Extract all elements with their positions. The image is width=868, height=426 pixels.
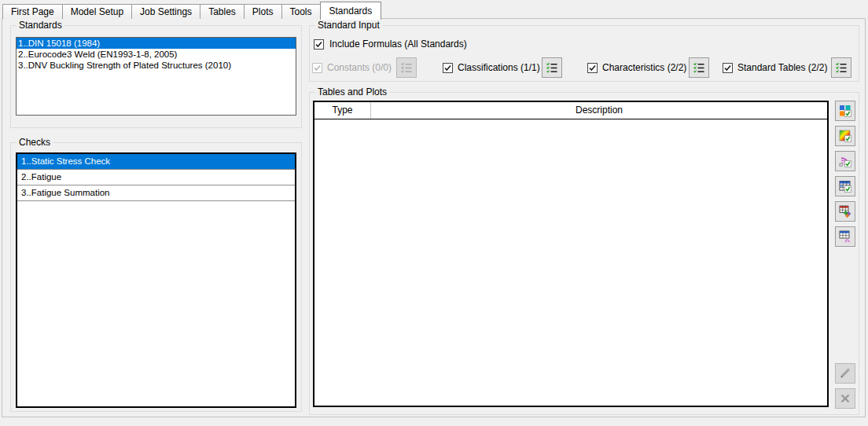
add-symbol-table-button[interactable] [835,201,855,222]
list-item[interactable]: 3..Fatigue Summation [17,185,295,201]
x-icon [839,392,851,405]
standard-tables-list-button[interactable] [831,57,851,78]
column-header-type[interactable]: Type [314,102,371,119]
tab-tables[interactable]: Tables [200,4,245,19]
contour-check-icon [839,130,851,142]
table-check-icon [839,180,851,193]
constants-list-button [396,57,417,78]
add-table-button[interactable] [835,176,855,196]
column-header-description[interactable]: Description [371,102,827,119]
checkmark-icon [588,64,597,72]
delete-button [835,388,855,409]
checklist-icon [693,61,705,74]
checkmark-icon [313,64,322,72]
list-item[interactable]: 3..DNV Buckling Strength of Plated Struc… [17,60,296,71]
table-curve-icon [839,230,851,243]
classifications-label: Classifications (1/1) [458,63,540,73]
tab-job-settings[interactable]: Job Settings [131,4,200,19]
include-formulas-label: Include Formulas (All Standards) [329,39,467,50]
checklist-icon [400,61,413,74]
tab-model-setup[interactable]: Model Setup [62,4,132,19]
characteristics-label: Characteristics (2/2) [602,63,686,73]
classifications-checkbox[interactable] [443,63,453,73]
tab-first-page[interactable]: First Page [2,4,63,19]
characteristics-list-button[interactable] [689,57,709,78]
tab-bar: First Page Model Setup Job Settings Tabl… [2,2,381,19]
include-formulas-checkbox[interactable] [314,39,324,50]
constants-checkbox [312,63,322,73]
table-header-row: Type Description [314,102,827,119]
checks-group-label: Checks [17,137,53,148]
tab-plots[interactable]: Plots [244,4,282,19]
standard-input-groupbox [309,25,859,82]
pencil-icon [839,367,851,380]
application-window: { "tabs": [ { "label": "First Page", "ac… [0,0,868,426]
colored-tiles-check-icon [839,105,851,117]
add-contour-plot-button[interactable] [835,126,855,146]
checkmark-icon [443,64,452,72]
standard-tables-checkbox[interactable] [723,63,733,73]
constants-label: Constants (0/0) [327,63,392,73]
list-item[interactable]: 1..Static Stress Check [17,154,295,170]
classifications-list-button[interactable] [542,57,562,78]
table-symbols-icon [839,205,851,218]
polar-plot-check-icon [839,155,851,167]
checkmark-icon [314,40,323,49]
checklist-icon [546,61,558,74]
add-polar-plot-button[interactable] [835,151,855,171]
characteristics-checkbox[interactable] [587,63,598,73]
list-item[interactable]: 2..Fatigue [17,170,295,185]
list-item[interactable]: 2..Eurocode3 Weld (EN1993-1-8, 2005) [17,49,296,60]
standards-list[interactable]: 1..DIN 15018 (1984) 2..Eurocode3 Weld (E… [16,37,296,116]
checklist-icon [835,61,848,74]
add-curve-table-button[interactable] [835,226,855,247]
standard-input-group-label: Standard Input [315,20,382,31]
edit-button [835,363,855,384]
tables-and-plots-table[interactable]: Type Description [313,101,829,407]
standards-group-label: Standards [17,20,64,31]
checks-list[interactable]: 1..Static Stress Check 2..Fatigue 3..Fat… [16,152,296,408]
list-item[interactable]: 1..DIN 15018 (1984) [17,38,296,49]
tab-tools[interactable]: Tools [281,4,321,19]
tables-and-plots-group-label: Tables and Plots [315,86,389,97]
add-tiles-plot-button[interactable] [835,101,855,121]
checkmark-icon [723,64,732,72]
standard-tables-label: Standard Tables (2/2) [737,63,828,73]
tab-standards[interactable]: Standards [320,2,382,20]
